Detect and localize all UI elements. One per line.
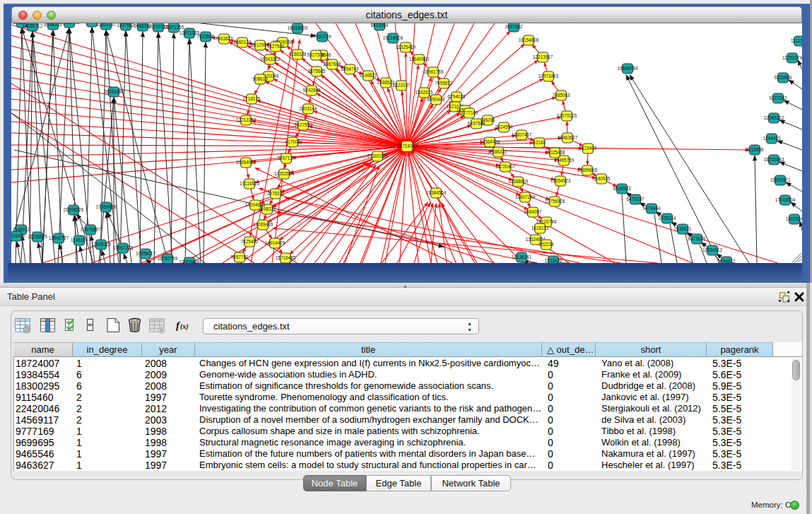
svg-text:17957225: 17957225 xyxy=(113,245,134,250)
svg-text:7663822: 7663822 xyxy=(216,36,233,41)
svg-text:21364436: 21364436 xyxy=(480,139,500,144)
svg-text:2935114: 2935114 xyxy=(659,216,676,221)
svg-text:9115460: 9115460 xyxy=(579,146,597,151)
svg-text:1244415: 1244415 xyxy=(763,136,781,141)
svg-text:16782759: 16782759 xyxy=(158,256,178,261)
svg-text:10899695: 10899695 xyxy=(577,168,598,173)
svg-text:20691406: 20691406 xyxy=(59,23,80,25)
svg-text:11325419: 11325419 xyxy=(396,45,416,49)
svg-text:6794028: 6794028 xyxy=(448,94,466,99)
svg-text:9327500: 9327500 xyxy=(267,44,285,49)
svg-text:8813054: 8813054 xyxy=(371,23,389,28)
svg-text:9084067: 9084067 xyxy=(524,209,542,214)
svg-text:10653287: 10653287 xyxy=(96,23,117,27)
svg-text:8990448: 8990448 xyxy=(428,97,445,102)
svg-text:19218506: 19218506 xyxy=(383,35,404,40)
svg-text:7515546: 7515546 xyxy=(197,34,215,39)
svg-text:9242848: 9242848 xyxy=(303,88,321,93)
svg-text:1527602: 1527602 xyxy=(117,23,135,28)
svg-text:1362615: 1362615 xyxy=(416,90,433,95)
svg-text:10654112: 10654112 xyxy=(702,247,722,252)
svg-text:14914479: 14914479 xyxy=(265,240,286,245)
svg-text:3215958: 3215958 xyxy=(746,147,764,152)
svg-text:7986322: 7986322 xyxy=(490,149,507,154)
svg-text:10973493: 10973493 xyxy=(539,74,559,78)
svg-text:10975887: 10975887 xyxy=(81,227,101,232)
svg-text:1112747: 1112747 xyxy=(791,38,802,43)
svg-text:16033809: 16033809 xyxy=(288,25,308,30)
svg-text:8186328: 8186328 xyxy=(289,52,307,57)
svg-text:3624554: 3624554 xyxy=(495,124,513,129)
svg-text:62160: 62160 xyxy=(533,140,546,145)
svg-text:2718176: 2718176 xyxy=(243,96,261,101)
svg-text:12975125: 12975125 xyxy=(557,113,577,118)
svg-text:6479197: 6479197 xyxy=(627,197,645,201)
svg-text:2803144: 2803144 xyxy=(300,106,317,111)
svg-text:16961755: 16961755 xyxy=(423,69,444,74)
svg-text:12923448: 12923448 xyxy=(180,259,200,263)
svg-text:(x): (x) xyxy=(180,322,189,331)
svg-text:1145114: 1145114 xyxy=(71,238,88,243)
svg-text:15720407: 15720407 xyxy=(495,164,516,169)
svg-text:9777169: 9777169 xyxy=(461,110,478,115)
svg-text:10756928: 10756928 xyxy=(545,199,565,204)
svg-text:26053346: 26053346 xyxy=(104,89,124,94)
svg-text:18724007: 18724007 xyxy=(397,144,418,148)
svg-text:10807487: 10807487 xyxy=(512,132,532,137)
svg-text:9657791: 9657791 xyxy=(231,255,249,259)
svg-text:11156829: 11156829 xyxy=(28,234,47,239)
svg-text:8938923: 8938923 xyxy=(613,186,631,191)
svg-text:15716485: 15716485 xyxy=(276,255,296,260)
svg-text:14055712: 14055712 xyxy=(23,23,43,28)
svg-text:15640910: 15640910 xyxy=(409,57,430,62)
svg-text:16671355: 16671355 xyxy=(164,25,184,30)
svg-text:12905115: 12905115 xyxy=(91,242,111,247)
svg-text:16154808: 16154808 xyxy=(519,37,539,42)
svg-text:18807249: 18807249 xyxy=(515,194,536,199)
svg-text:6497568: 6497568 xyxy=(468,121,486,126)
svg-text:20206526: 20206526 xyxy=(64,207,84,212)
svg-text:9245612: 9245612 xyxy=(718,259,736,263)
svg-text:1167534: 1167534 xyxy=(786,216,802,221)
svg-text:12213967: 12213967 xyxy=(533,54,553,59)
svg-text:8912954: 8912954 xyxy=(252,42,269,47)
svg-text:17359928: 17359928 xyxy=(96,204,117,209)
svg-text:12093322: 12093322 xyxy=(764,115,784,120)
svg-text:16210643: 16210643 xyxy=(764,157,784,162)
svg-text:19116825: 19116825 xyxy=(240,181,259,186)
svg-text:17004678: 17004678 xyxy=(245,202,266,207)
svg-text:21300235: 21300235 xyxy=(367,153,388,158)
svg-text:7625402: 7625402 xyxy=(241,239,259,244)
svg-text:7357224: 7357224 xyxy=(314,34,331,39)
svg-text:8322037: 8322037 xyxy=(393,83,411,88)
svg-text:13495759: 13495759 xyxy=(554,158,575,163)
svg-text:11751074: 11751074 xyxy=(782,55,802,60)
svg-text:18463627: 18463627 xyxy=(558,135,578,140)
svg-text:12942757: 12942757 xyxy=(49,235,69,240)
svg-text:16648784: 16648784 xyxy=(618,66,638,71)
svg-text:1733426: 1733426 xyxy=(545,258,563,263)
svg-text:12213363: 12213363 xyxy=(236,117,257,122)
svg-text:17016504: 17016504 xyxy=(775,197,796,202)
svg-text:7955812: 7955812 xyxy=(435,81,453,86)
svg-text:14136141: 14136141 xyxy=(512,255,532,259)
svg-text:9227342: 9227342 xyxy=(770,95,787,100)
svg-text:2367608: 2367608 xyxy=(324,62,341,66)
svg-text:5498222: 5498222 xyxy=(259,206,276,211)
svg-text:1615112: 1615112 xyxy=(531,226,549,230)
svg-text:10654982: 10654982 xyxy=(236,160,257,165)
svg-text:3915411: 3915411 xyxy=(11,233,25,238)
svg-text:14099489: 14099489 xyxy=(253,222,273,227)
svg-text:1640935: 1640935 xyxy=(593,176,611,181)
svg-text:8471676: 8471676 xyxy=(688,236,706,241)
svg-text:9146821: 9146821 xyxy=(360,73,377,78)
svg-text:908613: 908613 xyxy=(252,76,268,81)
svg-text:10025438: 10025438 xyxy=(545,150,565,155)
svg-text:16543362: 16543362 xyxy=(260,57,281,62)
svg-text:3578332: 3578332 xyxy=(267,191,285,196)
svg-text:10958117: 10958117 xyxy=(136,251,155,256)
svg-text:13654923: 13654923 xyxy=(551,178,571,183)
svg-text:8660124: 8660124 xyxy=(234,40,252,45)
svg-text:9427552: 9427552 xyxy=(295,122,312,127)
svg-text:252234: 252234 xyxy=(539,242,554,247)
